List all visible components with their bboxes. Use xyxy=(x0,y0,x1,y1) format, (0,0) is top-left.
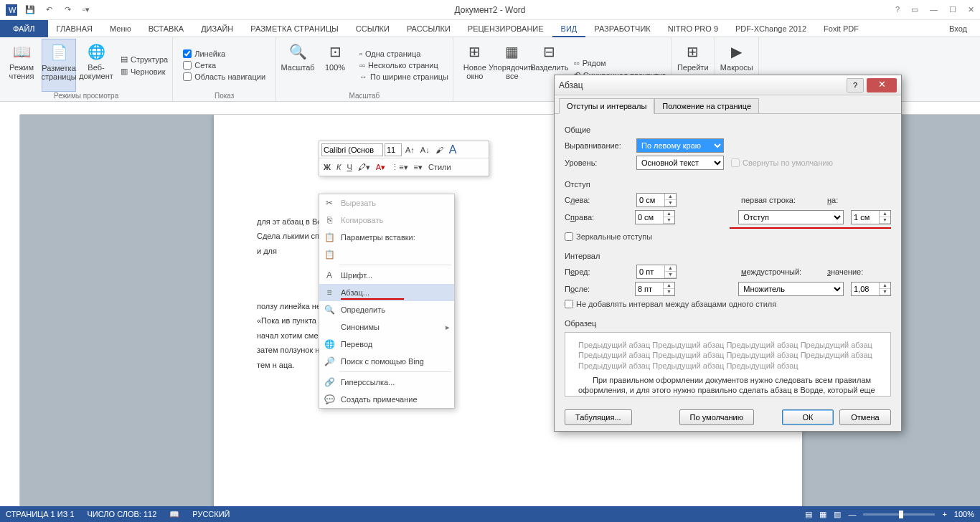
spacing-before-spinner[interactable]: ▲▼ xyxy=(636,265,677,279)
bold-icon[interactable]: Ж xyxy=(321,163,333,171)
tab-login[interactable]: Вход xyxy=(941,20,980,37)
ctx-define[interactable]: 🔍Определить xyxy=(319,301,454,318)
ctx-paste-keep[interactable]: 📋 xyxy=(319,246,454,263)
tab-review[interactable]: РЕЦЕНЗИРОВАНИЕ xyxy=(459,20,552,37)
maximize-icon[interactable]: ☐ xyxy=(949,5,956,14)
view-print-icon[interactable]: ▦ xyxy=(819,510,826,519)
zoom-slider[interactable] xyxy=(863,513,935,516)
redo-icon[interactable]: ↷ xyxy=(62,4,73,16)
mirror-indents-checkbox[interactable]: Зеркальные отступы xyxy=(565,232,891,242)
view-web-icon[interactable]: ▥ xyxy=(834,510,841,519)
zoom-in-icon[interactable]: + xyxy=(942,510,946,518)
tab-pdfx[interactable]: PDF-XChange 2012 xyxy=(727,20,815,37)
status-language[interactable]: РУССКИЙ xyxy=(192,510,230,518)
ruler-checkbox[interactable]: Линейка xyxy=(183,49,265,59)
web-layout-button[interactable]: 🌐Веб-документ xyxy=(79,39,113,92)
ok-button[interactable]: ОК xyxy=(782,409,834,425)
tab-developer[interactable]: РАЗРАБОТЧИК xyxy=(585,20,659,37)
bullets-icon[interactable]: ⋮≡▾ xyxy=(389,163,410,172)
numbering-icon[interactable]: ≡▾ xyxy=(412,163,425,172)
tab-insert[interactable]: ВСТАВКА xyxy=(140,20,192,37)
grow-font-icon[interactable]: A↑ xyxy=(403,146,417,154)
ribbon-opts-icon[interactable]: ▭ xyxy=(911,5,918,14)
status-proofing-icon[interactable]: 📖 xyxy=(169,510,179,519)
draft-button[interactable]: ▥ Черновик xyxy=(121,66,168,77)
read-mode-button[interactable]: 📖Режим чтения xyxy=(4,39,39,92)
font-color-icon[interactable]: A▾ xyxy=(374,163,387,172)
outline-button[interactable]: ▤ Структура xyxy=(121,54,168,65)
tab-nitro[interactable]: NITRO PRO 9 xyxy=(659,20,727,37)
tab-references[interactable]: ССЫЛКИ xyxy=(347,20,398,37)
tab-design[interactable]: ДИЗАЙН xyxy=(192,20,242,37)
titlebar: W 💾 ↶ ↷ ▫▾ Документ2 - Word ? ▭ — ☐ ✕ xyxy=(0,0,980,20)
save-icon[interactable]: 💾 xyxy=(24,4,36,16)
page-width-button[interactable]: ↔ По ширине страницы xyxy=(359,72,448,82)
styles-icon[interactable]: A xyxy=(447,143,459,156)
indent-by-spinner[interactable]: ▲▼ xyxy=(851,210,891,224)
italic-icon[interactable]: К xyxy=(334,163,343,171)
status-words[interactable]: ЧИСЛО СЛОВ: 112 xyxy=(88,510,157,518)
tab-layout[interactable]: РАЗМЕТКА СТРАНИЦЫ xyxy=(242,20,347,37)
spacing-after-spinner[interactable]: ▲▼ xyxy=(635,282,675,296)
alignment-select[interactable]: По левому краю xyxy=(636,138,724,153)
line-spacing-value-spinner[interactable]: ▲▼ xyxy=(851,282,891,296)
tab-menu[interactable]: Меню xyxy=(101,20,140,37)
undo-icon[interactable]: ↶ xyxy=(43,4,55,16)
minimize-icon[interactable]: — xyxy=(930,5,938,14)
help-icon[interactable]: ? xyxy=(895,5,900,14)
multi-page-button[interactable]: ▫▫ Несколько страниц xyxy=(359,60,448,70)
tabs-button[interactable]: Табуляция... xyxy=(565,409,632,425)
new-doc-icon[interactable]: ▫▾ xyxy=(80,4,92,16)
dialog-titlebar[interactable]: Абзац ? ✕ xyxy=(555,75,901,95)
default-button[interactable]: По умолчанию xyxy=(679,409,754,425)
zoom-out-icon[interactable]: — xyxy=(848,510,856,518)
ctx-synonyms[interactable]: Синонимы▸ xyxy=(319,318,454,336)
highlight-icon[interactable]: 🖍▾ xyxy=(356,163,372,172)
ctx-translate[interactable]: 🌐Перевод xyxy=(319,336,454,353)
line-spacing-select[interactable]: Множитель xyxy=(738,282,844,296)
dialog-help-button[interactable]: ? xyxy=(847,78,864,92)
tab-view[interactable]: ВИД xyxy=(552,20,586,37)
tab-home[interactable]: ГЛАВНАЯ xyxy=(48,20,101,37)
format-painter-icon[interactable]: 🖌 xyxy=(433,146,446,154)
ctx-hyperlink[interactable]: 🔗Гиперссылка... xyxy=(319,374,454,391)
dialog-title: Абзац xyxy=(559,80,847,90)
indent-right-spinner[interactable]: ▲▼ xyxy=(635,210,675,224)
first-line-label: первая строка: xyxy=(741,196,820,204)
close-icon[interactable]: ✕ xyxy=(968,5,974,14)
new-window-button[interactable]: ⊞Новое окно xyxy=(458,39,492,100)
special-indent-select[interactable]: Отступ xyxy=(738,210,844,224)
ctx-comment[interactable]: 💬Создать примечание xyxy=(319,391,454,408)
one-page-button[interactable]: ▫ Одна страница xyxy=(359,49,448,59)
dialog-close-button[interactable]: ✕ xyxy=(867,78,897,92)
indent-left-spinner[interactable]: ▲▼ xyxy=(636,193,677,207)
gridlines-checkbox[interactable]: Сетка xyxy=(183,60,265,70)
styles-button[interactable]: Стили xyxy=(426,163,453,171)
cancel-button[interactable]: Отмена xyxy=(839,409,891,425)
ctx-bing[interactable]: 🔎Поиск с помощью Bing xyxy=(319,353,454,370)
svg-text:W: W xyxy=(9,6,17,14)
zoom-level[interactable]: 100% xyxy=(954,510,974,518)
shrink-font-icon[interactable]: A↓ xyxy=(418,146,432,154)
vertical-ruler[interactable] xyxy=(7,115,20,506)
tab-mailings[interactable]: РАССЫЛКИ xyxy=(398,20,459,37)
ctx-paragraph[interactable]: ≡Абзац... xyxy=(319,284,454,301)
tab-foxit[interactable]: Foxit PDF xyxy=(815,20,867,37)
font-size-combo[interactable] xyxy=(385,143,402,156)
zoom-button[interactable]: 🔍Масштаб xyxy=(281,39,315,92)
navpane-checkbox[interactable]: Область навигации xyxy=(183,72,265,82)
status-bar: СТРАНИЦА 1 ИЗ 1 ЧИСЛО СЛОВ: 112 📖 РУССКИ… xyxy=(0,506,980,522)
arrange-all-button[interactable]: ▦Упорядочить все xyxy=(495,39,529,100)
print-layout-button[interactable]: 📄Разметка страницы xyxy=(42,39,76,92)
font-combo[interactable] xyxy=(321,143,383,156)
ctx-font[interactable]: AШрифт... xyxy=(319,267,454,284)
underline-icon[interactable]: Ч xyxy=(344,163,354,171)
zoom-100-button[interactable]: ⊡100% xyxy=(318,39,352,92)
view-read-icon[interactable]: ▤ xyxy=(805,510,812,519)
dialog-tab-indents[interactable]: Отступы и интервалы xyxy=(559,98,654,114)
tab-file[interactable]: ФАЙЛ xyxy=(0,20,48,37)
dialog-tab-position[interactable]: Положение на странице xyxy=(654,98,759,114)
dont-add-space-checkbox[interactable]: Не добавлять интервал между абзацами одн… xyxy=(565,299,891,309)
status-page[interactable]: СТРАНИЦА 1 ИЗ 1 xyxy=(6,510,75,518)
outline-level-select[interactable]: Основной текст xyxy=(636,156,724,170)
